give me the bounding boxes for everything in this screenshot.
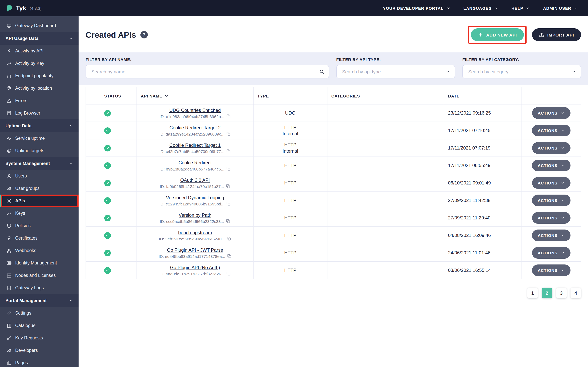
copy-icon[interactable]	[227, 236, 231, 241]
sidebar-item-webhooks[interactable]: Webhooks	[0, 244, 78, 257]
copy-icon[interactable]	[226, 132, 231, 136]
api-category-select[interactable]	[462, 65, 581, 78]
chevron-up-icon	[69, 161, 73, 165]
copy-icon[interactable]	[226, 219, 230, 223]
api-name-link[interactable]: Go Plugin API - JWT Parse	[167, 247, 223, 253]
sidebar-item-service-uptime[interactable]: Service uptime	[0, 132, 78, 144]
check-icon	[106, 111, 110, 115]
copy-icon[interactable]	[226, 114, 230, 118]
sidebar-item-log-browser[interactable]: Log Browser	[0, 107, 78, 119]
status-cell	[100, 262, 137, 279]
categories-cell	[328, 104, 444, 122]
api-name-link[interactable]: Version by Path	[179, 212, 211, 218]
sidebar-item-catalogue[interactable]: Catalogue	[0, 319, 78, 332]
actions-button[interactable]: ACTIONS	[532, 107, 571, 119]
sidebar-item-label: Policies	[15, 223, 31, 228]
chevron-down-icon	[561, 146, 565, 150]
api-name-link[interactable]: UDG Countries Enriched	[169, 107, 221, 113]
actions-button[interactable]: ACTIONS	[532, 160, 571, 171]
sidebar-item-key-requests[interactable]: Key Requests	[0, 332, 78, 344]
sidebar-item-certificates[interactable]: Certificates	[0, 232, 78, 244]
pagination-page-3[interactable]: 3	[556, 288, 567, 298]
api-name-link[interactable]: Cookie Redirect Target 1	[169, 142, 221, 148]
status-cell	[100, 157, 137, 174]
actions-button[interactable]: ACTIONS	[532, 265, 571, 276]
copy-icon[interactable]	[227, 254, 231, 258]
actions-button[interactable]: ACTIONS	[532, 247, 571, 259]
actions-button-label: ACTIONS	[538, 198, 557, 203]
sidebar-item-policies[interactable]: Policies	[0, 219, 78, 232]
sidebar-item-keys[interactable]: Keys	[0, 207, 78, 219]
sidebar-item-label: User groups	[15, 186, 39, 191]
pagination-page-4[interactable]: 4	[571, 288, 581, 298]
actions-button[interactable]: ACTIONS	[532, 142, 571, 154]
sidebar-item-identity-management[interactable]: Identity Management	[0, 257, 78, 269]
topbar: Tyk (4.3.3) YOUR DEVELOPER PORTAL LANGUA…	[0, 0, 588, 16]
sidebar-item-label: Activity by location	[15, 86, 52, 91]
api-name-link[interactable]: Go Plugin API (No Auth)	[170, 265, 220, 270]
import-api-button[interactable]: IMPORT API	[532, 28, 581, 41]
sidebar-section-uptime-data[interactable]: Uptime Data	[0, 119, 78, 132]
topbar-menu-admin-user[interactable]: ADMIN USER	[543, 6, 578, 10]
api-name-link[interactable]: Cookie Redirect Target 2	[169, 125, 221, 130]
sidebar-item-users[interactable]: Users	[0, 170, 78, 182]
actions-button[interactable]: ACTIONS	[532, 230, 571, 241]
sidebar-item-settings[interactable]: Settings	[0, 307, 78, 319]
sidebar-item-activity-by-api[interactable]: Activity by API	[0, 45, 78, 57]
actions-button[interactable]: ACTIONS	[532, 125, 571, 136]
date-cell: 03/06/2021 16:55:14	[444, 262, 522, 279]
monitor-icon	[7, 23, 12, 28]
api-name-link[interactable]: Cookie Redirect	[179, 160, 212, 165]
topbar-menu-help[interactable]: HELP	[511, 6, 530, 10]
sidebar-item-errors[interactable]: Errors	[0, 94, 78, 107]
copy-icon[interactable]	[226, 184, 230, 188]
filter-bar: FILTER BY API NAME: FILTER BY API TYPE: …	[78, 52, 588, 85]
add-new-api-button[interactable]: ADD NEW API	[471, 28, 524, 41]
column-header-api-name[interactable]: API NAME	[137, 87, 254, 104]
actions-button[interactable]: ACTIONS	[532, 212, 571, 224]
api-type-select[interactable]	[336, 65, 455, 78]
pagination-page-1[interactable]: 1	[527, 288, 538, 298]
actions-button-label: ACTIONS	[538, 268, 557, 273]
copy-icon	[227, 236, 231, 241]
copy-icon[interactable]	[226, 271, 231, 276]
id-card-icon	[7, 260, 12, 266]
sidebar-item-gateway-dashboard[interactable]: Gateway Dashboard	[0, 19, 78, 32]
sidebar-section-api-usage-data[interactable]: API Usage Data	[0, 32, 78, 45]
copy-icon[interactable]	[226, 149, 231, 153]
chevron-up-icon	[69, 299, 73, 302]
sidebar-item-nodes-and-licenses[interactable]: Nodes and Licenses	[0, 269, 78, 282]
copy-icon[interactable]	[226, 167, 231, 171]
api-name-link[interactable]: Versioned Dynamic Looping	[166, 195, 224, 200]
sidebar-item-label: Gateway Dashboard	[15, 23, 56, 28]
sidebar-item-activity-by-location[interactable]: Activity by location	[0, 82, 78, 94]
sidebar-section-system-management[interactable]: System Management	[0, 157, 78, 170]
actions-button[interactable]: ACTIONS	[532, 195, 571, 206]
api-name-link[interactable]: OAuth 2.0 API	[180, 177, 210, 183]
sidebar-item-user-groups[interactable]: User groups	[0, 182, 78, 195]
sidebar-item-activity-by-key[interactable]: Activity by Key	[0, 57, 78, 69]
topbar-menu-languages[interactable]: LANGUAGES	[463, 6, 498, 10]
brand[interactable]: Tyk (4.3.3)	[5, 4, 42, 12]
api-name-link[interactable]: bench-upstream	[178, 230, 212, 235]
tyk-logo-icon	[5, 4, 13, 12]
sidebar-section-portal-management[interactable]: Portal Management	[0, 294, 78, 307]
chevron-down-icon	[571, 69, 576, 74]
api-type-select-input[interactable]	[341, 68, 441, 75]
help-icon[interactable]: ?	[140, 31, 148, 38]
sidebar-item-gateway-logs[interactable]: Gateway Logs	[0, 282, 78, 294]
bolt-icon	[7, 48, 12, 53]
topbar-menu-your-developer-portal[interactable]: YOUR DEVELOPER PORTAL	[383, 6, 450, 10]
copy-icon[interactable]	[226, 201, 231, 206]
sidebar-item-endpoint-popularity[interactable]: Endpoint popularity	[0, 69, 78, 82]
table-row: OAuth 2.0 API ID: fa0b0268b4124faa70e151…	[86, 174, 581, 192]
sidebar-item-apis[interactable]: APIs	[0, 195, 78, 207]
api-category-select-input[interactable]	[467, 68, 567, 75]
search-by-name-input[interactable]	[91, 68, 315, 75]
chevron-down-icon	[561, 129, 565, 133]
pagination-page-2[interactable]: 2	[542, 288, 552, 298]
sidebar-item-developers[interactable]: Developers	[0, 344, 78, 357]
sidebar-item-pages[interactable]: Pages	[0, 357, 78, 367]
actions-button[interactable]: ACTIONS	[532, 177, 571, 189]
sidebar-item-uptime-targets[interactable]: Uptime targets	[0, 144, 78, 157]
